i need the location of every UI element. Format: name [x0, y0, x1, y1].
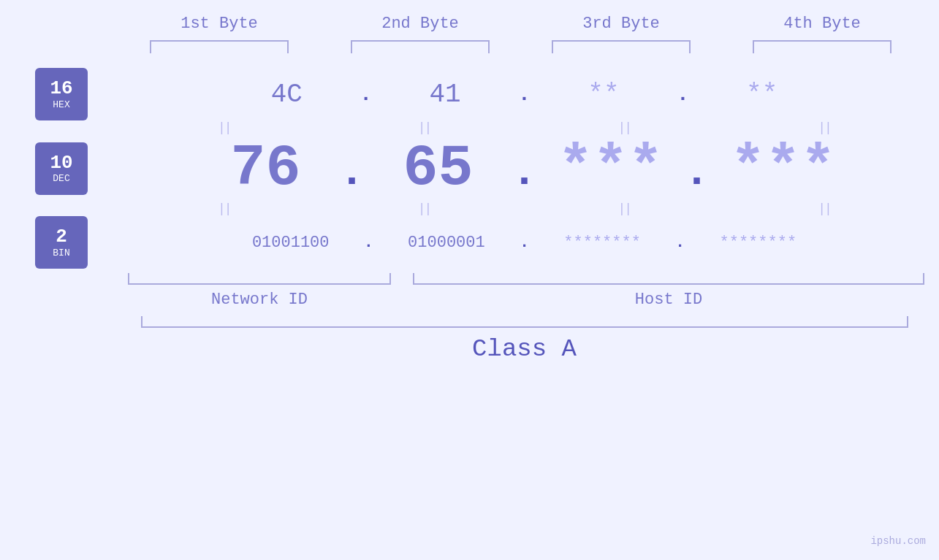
- network-id-label: Network ID: [211, 291, 308, 309]
- bin-byte3: ********: [529, 234, 675, 252]
- bracket-byte1: [150, 40, 289, 53]
- dec-dot2: .: [511, 147, 537, 197]
- dec-badge-cell: 10 DEC: [0, 142, 110, 195]
- byte-labels-row: 1st Byte 2nd Byte 3rd Byte 4th Byte: [119, 15, 923, 33]
- sep-item1: ||: [151, 120, 297, 135]
- sep-item2: ||: [351, 120, 498, 135]
- host-id-section: Host ID: [413, 273, 924, 309]
- bracket-byte2: [351, 40, 490, 53]
- hex-dot1: .: [360, 83, 372, 106]
- bin-row-wrapper: 2 BIN 01001100 . 01000001 . ******** . *…: [0, 216, 939, 269]
- dec-badge-number: 10: [50, 153, 72, 174]
- dec-badge-label: DEC: [53, 173, 69, 184]
- class-bracket: [141, 316, 908, 328]
- bracket-byte3: [552, 40, 691, 53]
- dec-byte2: 65: [365, 135, 511, 202]
- sep-item7: ||: [551, 202, 697, 216]
- dec-byte4: ***: [710, 135, 856, 202]
- hex-dot2: .: [518, 83, 531, 106]
- class-area-content: Class A: [110, 316, 939, 363]
- bin-byte2: 01000001: [373, 234, 520, 252]
- dec-byte1: 76: [192, 135, 338, 202]
- dec-row-content: 76 . 65 . *** . ***: [110, 135, 939, 202]
- network-id-bracket: [128, 273, 391, 285]
- hex-dot3: .: [677, 83, 689, 106]
- sep-item5: ||: [151, 202, 297, 216]
- sep-content2: || || || ||: [110, 202, 939, 216]
- network-id-section: Network ID: [106, 273, 413, 309]
- bin-row-content: 01001100 . 01000001 . ******** . *******…: [110, 234, 939, 252]
- main-container: 1st Byte 2nd Byte 3rd Byte 4th Byte 16 H…: [0, 0, 939, 560]
- hex-badge: 16 HEX: [35, 68, 88, 120]
- byte2-label: 2nd Byte: [332, 15, 508, 33]
- byte3-label: 3rd Byte: [533, 15, 709, 33]
- hex-row-content: 4C . 41 . ** . **: [110, 80, 939, 110]
- hex-badge-number: 16: [50, 78, 72, 99]
- bin-dot1: .: [364, 234, 373, 252]
- watermark: ipshu.com: [870, 535, 926, 547]
- dec-badge: 10 DEC: [35, 142, 88, 195]
- class-area-wrapper: Class A: [0, 316, 939, 363]
- sep-item8: ||: [751, 202, 897, 216]
- sep-dec-bin: || || || ||: [0, 202, 939, 216]
- top-bracket-row: [119, 40, 923, 53]
- hex-badge-cell: 16 HEX: [0, 68, 110, 120]
- hex-badge-label: HEX: [53, 99, 69, 110]
- bin-byte4: ********: [685, 234, 831, 252]
- sep-hex-dec: || || || ||: [0, 120, 939, 135]
- byte4-label: 4th Byte: [734, 15, 910, 33]
- bracket-byte4: [753, 40, 892, 53]
- hex-byte4: **: [689, 80, 835, 110]
- hex-byte2: 41: [372, 80, 518, 110]
- byte1-label: 1st Byte: [132, 15, 307, 33]
- bin-dot3: .: [675, 234, 685, 252]
- class-label: Class A: [472, 335, 577, 363]
- bin-badge-cell: 2 BIN: [0, 216, 110, 269]
- id-area-content: Network ID Host ID: [91, 273, 939, 309]
- hex-byte3: **: [531, 80, 677, 110]
- sep-item6: ||: [351, 202, 498, 216]
- bin-badge: 2 BIN: [35, 216, 88, 269]
- dec-byte3: ***: [538, 135, 684, 202]
- bin-badge-label: BIN: [53, 248, 69, 258]
- dec-dot3: .: [684, 147, 710, 197]
- dec-row-wrapper: 10 DEC 76 . 65 . *** . ***: [0, 135, 939, 202]
- host-id-bracket: [413, 273, 924, 285]
- bin-badge-number: 2: [56, 226, 67, 248]
- hex-row-wrapper: 16 HEX 4C . 41 . ** . **: [0, 68, 939, 120]
- id-area: Network ID Host ID: [0, 273, 939, 309]
- host-id-label: Host ID: [635, 291, 702, 309]
- sep-item3: ||: [551, 120, 697, 135]
- sep-content1: || || || ||: [110, 120, 939, 135]
- bin-byte1: 01001100: [218, 234, 364, 252]
- hex-byte1: 4C: [213, 80, 360, 110]
- dec-dot1: .: [338, 147, 365, 197]
- sep-item4: ||: [751, 120, 897, 135]
- bin-dot2: .: [520, 234, 529, 252]
